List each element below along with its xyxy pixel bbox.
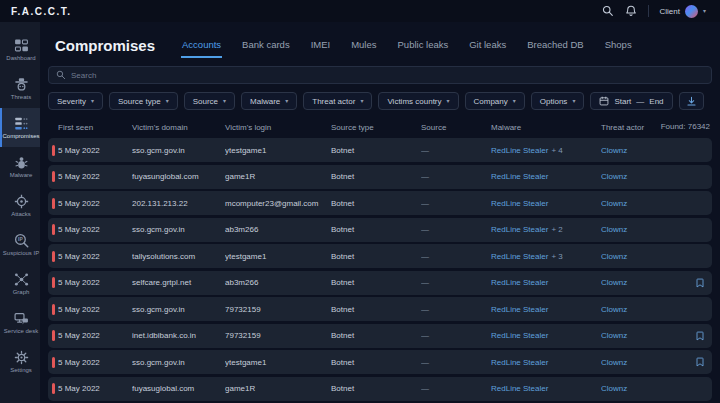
malware-link[interactable]: RedLine Stealer — [491, 146, 548, 155]
tab-shops[interactable]: Shops — [604, 33, 633, 58]
tab-accounts[interactable]: Accounts — [181, 33, 222, 58]
filter-threat-actor[interactable]: Threat actor▾ — [303, 92, 372, 110]
cell-threat-actor: Clownz — [601, 384, 688, 393]
search-icon[interactable] — [602, 5, 614, 17]
filter-victims-country[interactable]: Victims country▾ — [378, 92, 458, 110]
sidebar-item-label: Service desk — [4, 328, 38, 334]
bookmark-icon[interactable] — [695, 357, 705, 367]
column-header-first-seen[interactable]: First seen — [58, 123, 132, 132]
malware-link[interactable]: RedLine Stealer — [491, 278, 548, 287]
sidebar-item-settings[interactable]: Settings — [0, 342, 40, 381]
table-body: 5 May 2022 sso.gcm.gov.in ytestgame1 Bot… — [48, 138, 712, 401]
filter-source[interactable]: Source▾ — [184, 92, 235, 110]
filter-label: Source — [193, 97, 218, 106]
cell-source-type: Botnet — [331, 225, 421, 234]
bookmark-icon[interactable] — [695, 278, 705, 288]
severity-indicator — [52, 277, 55, 288]
threat-actor-link[interactable]: Clownz — [601, 358, 627, 367]
dashboard-icon — [14, 38, 29, 53]
malware-link[interactable]: RedLine Stealer — [491, 384, 548, 393]
service-desk-icon — [14, 311, 29, 326]
table-row[interactable]: 5 May 2022 sso.gcm.gov.in ytestgame1 Bot… — [48, 350, 712, 374]
tab-mules[interactable]: Mules — [350, 33, 377, 58]
column-header-source[interactable]: Source — [421, 123, 491, 132]
search-input[interactable] — [71, 71, 704, 80]
threat-actor-link[interactable]: Clownz — [601, 199, 627, 208]
table-row[interactable]: 5 May 2022 selfcare.grtpl.net ab3m266 Bo… — [48, 271, 712, 295]
table-row[interactable]: 5 May 2022 202.131.213.22 mcomputer23@gm… — [48, 191, 712, 215]
cell-source: — — [421, 199, 491, 208]
sidebar-item-suspicious-ip[interactable]: IP Suspicious IP — [0, 225, 40, 264]
cell-malware: RedLine Stealer — [491, 305, 601, 314]
malware-link[interactable]: RedLine Stealer — [491, 331, 548, 340]
bookmark-icon[interactable] — [695, 331, 705, 341]
sidebar-item-attacks[interactable]: Attacks — [0, 186, 40, 225]
cell-malware: RedLine Stealer+ 2 — [491, 225, 601, 234]
cell-first-seen: 5 May 2022 — [58, 358, 132, 367]
sidebar-item-threats[interactable]: Threats — [0, 69, 40, 108]
filter-label: Malware — [250, 97, 280, 106]
threat-actor-link[interactable]: Clownz — [601, 384, 627, 393]
sidebar-item-malware[interactable]: Malware — [0, 147, 40, 186]
cell-victim-login: 79732159 — [225, 331, 331, 340]
tab-imei[interactable]: IMEI — [310, 33, 332, 58]
date-range-filter[interactable]: Start — End — [590, 92, 672, 110]
threat-actor-link[interactable]: Clownz — [601, 146, 627, 155]
sidebar-item-service-desk[interactable]: Service desk — [0, 303, 40, 342]
export-button[interactable] — [679, 92, 704, 110]
malware-extra-count[interactable]: + 4 — [551, 146, 562, 155]
cell-victim-domain: sso.gcm.gov.in — [132, 225, 225, 234]
bell-icon[interactable] — [625, 5, 637, 17]
cell-threat-actor: Clownz — [601, 199, 688, 208]
sidebar-item-compromises[interactable]: Compromises — [0, 108, 40, 147]
filter-label: Company — [474, 97, 508, 106]
table-row[interactable]: 5 May 2022 fuyasuglobal.com game1R Botne… — [48, 377, 712, 401]
cell-first-seen: 5 May 2022 — [58, 252, 132, 261]
cell-first-seen: 5 May 2022 — [58, 172, 132, 181]
malware-extra-count[interactable]: + 2 — [551, 225, 562, 234]
tab-git-leaks[interactable]: Git leaks — [468, 33, 507, 58]
column-header-victim-login[interactable]: Victim's login — [225, 123, 331, 132]
table-row[interactable]: 5 May 2022 sso.gcm.gov.in ab3m266 Botnet… — [48, 218, 712, 242]
cell-source-type: Botnet — [331, 331, 421, 340]
cell-victim-login: ab3m266 — [225, 225, 331, 234]
table-row[interactable]: 5 May 2022 tallysolutions.com ytestgame1… — [48, 244, 712, 268]
filter-malware[interactable]: Malware▾ — [241, 92, 297, 110]
threat-actor-link[interactable]: Clownz — [601, 278, 627, 287]
threat-actor-link[interactable]: Clownz — [601, 331, 627, 340]
column-header-malware[interactable]: Malware — [491, 123, 601, 132]
table-row[interactable]: 5 May 2022 fuyasunglobal.com game1R Botn… — [48, 165, 712, 189]
malware-link[interactable]: RedLine Stealer — [491, 172, 548, 181]
cell-source: — — [421, 225, 491, 234]
sidebar-item-graph[interactable]: Graph — [0, 264, 40, 303]
sidebar-item-label: Settings — [10, 367, 32, 373]
malware-link[interactable]: RedLine Stealer — [491, 252, 548, 261]
sidebar-item-dashboard[interactable]: Dashboard — [0, 30, 40, 69]
date-start-label: Start — [614, 97, 631, 106]
tab-public-leaks[interactable]: Public leaks — [397, 33, 450, 58]
malware-link[interactable]: RedLine Stealer — [491, 305, 548, 314]
tab-bank-cards[interactable]: Bank cards — [241, 33, 291, 58]
filter-label: Severity — [57, 97, 86, 106]
column-header-source-type[interactable]: Source type — [331, 123, 421, 132]
threat-actor-link[interactable]: Clownz — [601, 225, 627, 234]
threat-actor-link[interactable]: Clownz — [601, 172, 627, 181]
table-row[interactable]: 5 May 2022 sso.gcm.gov.in 79732159 Botne… — [48, 297, 712, 321]
filter-severity[interactable]: Severity▾ — [48, 92, 103, 110]
chevron-down-icon: ▾ — [223, 98, 226, 104]
filter-source-type[interactable]: Source type▾ — [109, 92, 178, 110]
filter-company[interactable]: Company▾ — [465, 92, 525, 110]
malware-link[interactable]: RedLine Stealer — [491, 358, 548, 367]
threat-actor-link[interactable]: Clownz — [601, 252, 627, 261]
sidebar-item-label: Suspicious IP — [3, 250, 39, 256]
tab-breached-db[interactable]: Breached DB — [526, 33, 585, 58]
table-row[interactable]: 5 May 2022 inet.idbibank.co.in 79732159 … — [48, 324, 712, 348]
malware-link[interactable]: RedLine Stealer — [491, 199, 548, 208]
client-menu[interactable]: Client ▾ — [660, 5, 706, 18]
column-header-victim-domain[interactable]: Victim's domain — [132, 123, 225, 132]
threat-actor-link[interactable]: Clownz — [601, 305, 627, 314]
malware-link[interactable]: RedLine Stealer — [491, 225, 548, 234]
malware-extra-count[interactable]: + 3 — [551, 252, 562, 261]
filter-options[interactable]: Options▾ — [531, 92, 585, 110]
table-row[interactable]: 5 May 2022 sso.gcm.gov.in ytestgame1 Bot… — [48, 138, 712, 162]
